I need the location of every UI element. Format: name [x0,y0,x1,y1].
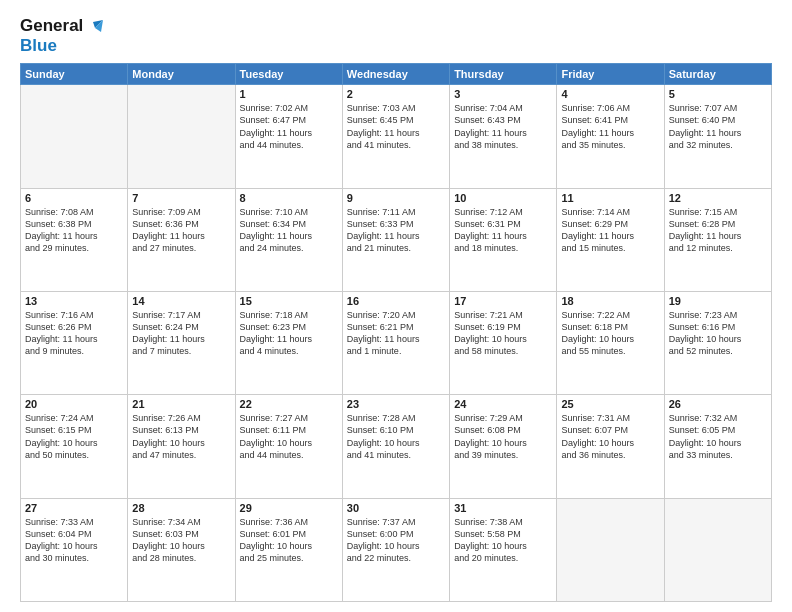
calendar-cell: 12Sunrise: 7:15 AM Sunset: 6:28 PM Dayli… [664,188,771,291]
day-number: 16 [347,295,445,307]
calendar-cell: 8Sunrise: 7:10 AM Sunset: 6:34 PM Daylig… [235,188,342,291]
calendar-header-sunday: Sunday [21,64,128,85]
calendar-cell: 18Sunrise: 7:22 AM Sunset: 6:18 PM Dayli… [557,291,664,394]
calendar-cell: 25Sunrise: 7:31 AM Sunset: 6:07 PM Dayli… [557,395,664,498]
calendar-cell: 13Sunrise: 7:16 AM Sunset: 6:26 PM Dayli… [21,291,128,394]
calendar-cell: 30Sunrise: 7:37 AM Sunset: 6:00 PM Dayli… [342,498,449,601]
calendar-cell [664,498,771,601]
day-info: Sunrise: 7:14 AM Sunset: 6:29 PM Dayligh… [561,206,659,255]
day-info: Sunrise: 7:04 AM Sunset: 6:43 PM Dayligh… [454,102,552,151]
day-number: 25 [561,398,659,410]
day-info: Sunrise: 7:22 AM Sunset: 6:18 PM Dayligh… [561,309,659,358]
day-number: 21 [132,398,230,410]
day-number: 20 [25,398,123,410]
day-info: Sunrise: 7:11 AM Sunset: 6:33 PM Dayligh… [347,206,445,255]
day-info: Sunrise: 7:17 AM Sunset: 6:24 PM Dayligh… [132,309,230,358]
day-number: 28 [132,502,230,514]
logo: General Blue [20,16,103,55]
day-number: 26 [669,398,767,410]
day-number: 6 [25,192,123,204]
day-info: Sunrise: 7:37 AM Sunset: 6:00 PM Dayligh… [347,516,445,565]
calendar-cell: 14Sunrise: 7:17 AM Sunset: 6:24 PM Dayli… [128,291,235,394]
day-info: Sunrise: 7:29 AM Sunset: 6:08 PM Dayligh… [454,412,552,461]
calendar-cell [557,498,664,601]
day-number: 1 [240,88,338,100]
day-info: Sunrise: 7:33 AM Sunset: 6:04 PM Dayligh… [25,516,123,565]
logo-bird-icon [85,18,103,36]
day-info: Sunrise: 7:20 AM Sunset: 6:21 PM Dayligh… [347,309,445,358]
day-number: 17 [454,295,552,307]
day-number: 31 [454,502,552,514]
day-number: 29 [240,502,338,514]
calendar-header-row: SundayMondayTuesdayWednesdayThursdayFrid… [21,64,772,85]
calendar-cell: 20Sunrise: 7:24 AM Sunset: 6:15 PM Dayli… [21,395,128,498]
day-number: 19 [669,295,767,307]
calendar-cell: 28Sunrise: 7:34 AM Sunset: 6:03 PM Dayli… [128,498,235,601]
day-number: 24 [454,398,552,410]
calendar-cell: 1Sunrise: 7:02 AM Sunset: 6:47 PM Daylig… [235,85,342,188]
calendar-cell: 11Sunrise: 7:14 AM Sunset: 6:29 PM Dayli… [557,188,664,291]
calendar-header-wednesday: Wednesday [342,64,449,85]
calendar-cell: 17Sunrise: 7:21 AM Sunset: 6:19 PM Dayli… [450,291,557,394]
day-number: 4 [561,88,659,100]
calendar-cell: 23Sunrise: 7:28 AM Sunset: 6:10 PM Dayli… [342,395,449,498]
day-info: Sunrise: 7:38 AM Sunset: 5:58 PM Dayligh… [454,516,552,565]
calendar-table: SundayMondayTuesdayWednesdayThursdayFrid… [20,63,772,602]
calendar-header-tuesday: Tuesday [235,64,342,85]
calendar-cell [128,85,235,188]
calendar-week-4: 20Sunrise: 7:24 AM Sunset: 6:15 PM Dayli… [21,395,772,498]
calendar-header-thursday: Thursday [450,64,557,85]
day-number: 10 [454,192,552,204]
day-number: 15 [240,295,338,307]
day-number: 13 [25,295,123,307]
day-info: Sunrise: 7:02 AM Sunset: 6:47 PM Dayligh… [240,102,338,151]
calendar-cell: 26Sunrise: 7:32 AM Sunset: 6:05 PM Dayli… [664,395,771,498]
day-number: 8 [240,192,338,204]
calendar-cell: 31Sunrise: 7:38 AM Sunset: 5:58 PM Dayli… [450,498,557,601]
day-number: 22 [240,398,338,410]
day-info: Sunrise: 7:27 AM Sunset: 6:11 PM Dayligh… [240,412,338,461]
calendar-cell: 22Sunrise: 7:27 AM Sunset: 6:11 PM Dayli… [235,395,342,498]
day-number: 5 [669,88,767,100]
day-info: Sunrise: 7:07 AM Sunset: 6:40 PM Dayligh… [669,102,767,151]
calendar-cell: 2Sunrise: 7:03 AM Sunset: 6:45 PM Daylig… [342,85,449,188]
calendar-cell: 10Sunrise: 7:12 AM Sunset: 6:31 PM Dayli… [450,188,557,291]
day-number: 30 [347,502,445,514]
day-info: Sunrise: 7:03 AM Sunset: 6:45 PM Dayligh… [347,102,445,151]
calendar-week-2: 6Sunrise: 7:08 AM Sunset: 6:38 PM Daylig… [21,188,772,291]
day-info: Sunrise: 7:16 AM Sunset: 6:26 PM Dayligh… [25,309,123,358]
day-info: Sunrise: 7:10 AM Sunset: 6:34 PM Dayligh… [240,206,338,255]
day-info: Sunrise: 7:12 AM Sunset: 6:31 PM Dayligh… [454,206,552,255]
day-number: 9 [347,192,445,204]
calendar-week-1: 1Sunrise: 7:02 AM Sunset: 6:47 PM Daylig… [21,85,772,188]
calendar-cell: 19Sunrise: 7:23 AM Sunset: 6:16 PM Dayli… [664,291,771,394]
calendar-cell: 29Sunrise: 7:36 AM Sunset: 6:01 PM Dayli… [235,498,342,601]
calendar-cell: 27Sunrise: 7:33 AM Sunset: 6:04 PM Dayli… [21,498,128,601]
calendar-cell: 9Sunrise: 7:11 AM Sunset: 6:33 PM Daylig… [342,188,449,291]
calendar-cell: 16Sunrise: 7:20 AM Sunset: 6:21 PM Dayli… [342,291,449,394]
calendar-cell: 15Sunrise: 7:18 AM Sunset: 6:23 PM Dayli… [235,291,342,394]
day-number: 27 [25,502,123,514]
day-number: 12 [669,192,767,204]
calendar-cell: 24Sunrise: 7:29 AM Sunset: 6:08 PM Dayli… [450,395,557,498]
calendar-cell: 7Sunrise: 7:09 AM Sunset: 6:36 PM Daylig… [128,188,235,291]
calendar-header-friday: Friday [557,64,664,85]
day-info: Sunrise: 7:28 AM Sunset: 6:10 PM Dayligh… [347,412,445,461]
day-info: Sunrise: 7:06 AM Sunset: 6:41 PM Dayligh… [561,102,659,151]
page-header: General Blue [20,16,772,55]
calendar-cell: 6Sunrise: 7:08 AM Sunset: 6:38 PM Daylig… [21,188,128,291]
day-info: Sunrise: 7:09 AM Sunset: 6:36 PM Dayligh… [132,206,230,255]
calendar-header-saturday: Saturday [664,64,771,85]
day-info: Sunrise: 7:18 AM Sunset: 6:23 PM Dayligh… [240,309,338,358]
day-number: 11 [561,192,659,204]
day-number: 14 [132,295,230,307]
calendar-cell: 21Sunrise: 7:26 AM Sunset: 6:13 PM Dayli… [128,395,235,498]
day-info: Sunrise: 7:36 AM Sunset: 6:01 PM Dayligh… [240,516,338,565]
day-info: Sunrise: 7:34 AM Sunset: 6:03 PM Dayligh… [132,516,230,565]
day-number: 18 [561,295,659,307]
day-info: Sunrise: 7:26 AM Sunset: 6:13 PM Dayligh… [132,412,230,461]
calendar-week-5: 27Sunrise: 7:33 AM Sunset: 6:04 PM Dayli… [21,498,772,601]
day-number: 3 [454,88,552,100]
logo-wordmark: General Blue [20,16,103,55]
day-info: Sunrise: 7:21 AM Sunset: 6:19 PM Dayligh… [454,309,552,358]
